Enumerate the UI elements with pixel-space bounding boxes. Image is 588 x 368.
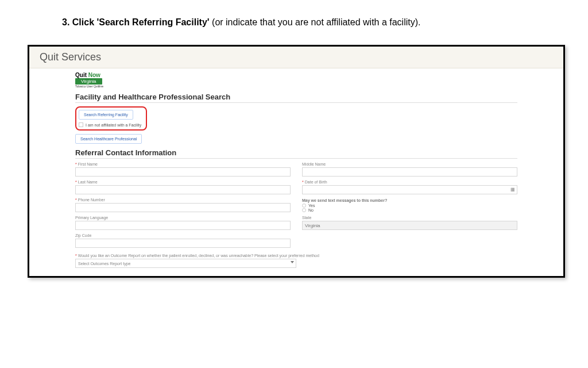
instruction-step: 3. Click 'Search Referring Facility' (or… bbox=[62, 17, 588, 28]
label-text-question: May we send text messages to this number… bbox=[302, 198, 387, 202]
chevron-down-icon bbox=[291, 261, 294, 263]
label-first-name: First Name bbox=[75, 162, 291, 166]
zip-field[interactable] bbox=[75, 239, 291, 248]
section-referral-title: Referral Contact Information bbox=[75, 148, 517, 159]
logo-title: Quit Now bbox=[75, 72, 517, 78]
outcome-select[interactable]: Select Outcomes Report type bbox=[75, 259, 296, 268]
outcome-select-value: Select Outcomes Report type bbox=[75, 259, 296, 268]
dob-field[interactable] bbox=[302, 185, 517, 194]
label-phone: Phone Number bbox=[75, 198, 291, 202]
primary-language-field[interactable] bbox=[75, 221, 291, 230]
first-name-field[interactable] bbox=[75, 167, 291, 177]
not-affiliated-label: I am not affiliated with a Facility bbox=[86, 123, 141, 127]
logo-subtitle: Tobacco User Quitline bbox=[75, 85, 517, 88]
state-field bbox=[302, 221, 517, 230]
calendar-icon[interactable]: ▦ bbox=[510, 187, 515, 192]
instruction-rest: (or indicate that you are not affiliated… bbox=[210, 17, 421, 27]
brand-logo: Quit Now Virginia Tobacco User Quitline bbox=[75, 72, 517, 88]
last-name-field[interactable] bbox=[75, 185, 291, 194]
label-zip: Zip Code bbox=[75, 233, 291, 237]
radio-icon[interactable] bbox=[302, 208, 306, 212]
not-affiliated-row[interactable]: I am not affiliated with a Facility bbox=[79, 122, 141, 127]
radio-no-label: No bbox=[308, 208, 314, 212]
logo-pill: Virginia bbox=[75, 78, 102, 85]
radio-no-row[interactable]: No bbox=[302, 208, 517, 212]
screenshot-frame: Quit Services Quit Now Virginia Tobacco … bbox=[28, 45, 565, 278]
section-facility-title: Facility and Healthcare Professional Sea… bbox=[75, 93, 517, 103]
checkbox-icon[interactable] bbox=[79, 122, 83, 127]
instruction-bold: 3. Click 'Search Referring Facility' bbox=[62, 17, 210, 27]
radio-icon[interactable] bbox=[302, 204, 306, 208]
search-healthcare-professional-button[interactable]: Search Healthcare Professional bbox=[75, 134, 142, 144]
label-primary-language: Primary Language bbox=[75, 216, 291, 220]
phone-field[interactable] bbox=[75, 203, 291, 212]
label-dob: Date of Birth bbox=[302, 180, 517, 184]
label-outcome-question: Would you like an Outcome Report on whet… bbox=[75, 254, 517, 258]
app-content: Quit Now Virginia Tobacco User Quitline … bbox=[29, 68, 563, 276]
app-title: Quit Services bbox=[40, 51, 101, 63]
search-referring-facility-button[interactable]: Search Referring Facility bbox=[79, 110, 133, 120]
label-middle-name: Middle Name bbox=[302, 162, 517, 166]
label-last-name: Last Name bbox=[75, 180, 291, 184]
radio-yes-row[interactable]: Yes bbox=[302, 204, 517, 208]
label-state: State bbox=[302, 216, 517, 220]
app-topbar: Quit Services bbox=[29, 47, 563, 68]
middle-name-field[interactable] bbox=[302, 167, 517, 177]
highlight-annotation: Search Referring Facility I am not affil… bbox=[75, 106, 147, 131]
radio-yes-label: Yes bbox=[308, 204, 315, 208]
